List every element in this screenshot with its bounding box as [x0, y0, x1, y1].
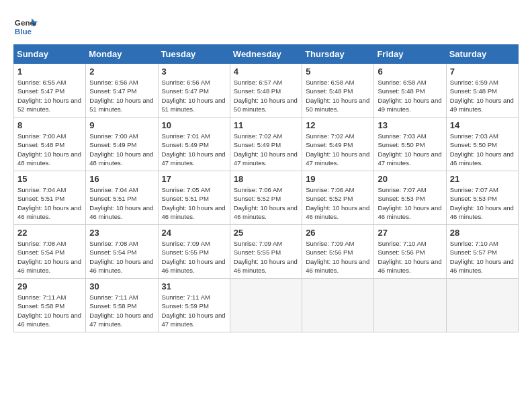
day-number: 3: [162, 66, 226, 77]
page-header: General Blue: [13, 13, 519, 38]
day-number: 28: [450, 228, 515, 238]
day-number: 30: [89, 281, 154, 291]
day-info: Sunrise: 6:59 AMSunset: 5:48 PMDaylight:…: [450, 78, 515, 113]
calendar-cell: 21Sunrise: 7:07 AMSunset: 5:53 PMDayligh…: [446, 171, 518, 225]
weekday-sunday: Sunday: [14, 45, 86, 64]
calendar-cell: 27Sunrise: 7:10 AMSunset: 5:56 PMDayligh…: [374, 225, 446, 279]
day-info: Sunrise: 7:01 AMSunset: 5:49 PMDaylight:…: [162, 132, 226, 167]
calendar-cell: 10Sunrise: 7:01 AMSunset: 5:49 PMDayligh…: [158, 118, 230, 171]
calendar-cell: 11Sunrise: 7:02 AMSunset: 5:49 PMDayligh…: [230, 118, 302, 171]
day-info: Sunrise: 7:02 AMSunset: 5:49 PMDaylight:…: [306, 132, 370, 167]
day-info: Sunrise: 7:04 AMSunset: 5:51 PMDaylight:…: [17, 185, 82, 221]
day-number: 14: [450, 120, 515, 130]
calendar-cell: 7Sunrise: 6:59 AMSunset: 5:48 PMDaylight…: [446, 64, 518, 118]
calendar-cell: 3Sunrise: 6:56 AMSunset: 5:47 PMDaylight…: [158, 64, 230, 118]
calendar-cell: 31Sunrise: 7:11 AMSunset: 5:59 PMDayligh…: [158, 279, 230, 332]
weekday-header-row: SundayMondayTuesdayWednesdayThursdayFrid…: [14, 45, 519, 64]
day-info: Sunrise: 7:11 AMSunset: 5:58 PMDaylight:…: [17, 293, 82, 328]
day-number: 27: [378, 228, 442, 238]
calendar-cell: 18Sunrise: 7:06 AMSunset: 5:52 PMDayligh…: [230, 171, 302, 225]
day-number: 20: [378, 174, 442, 184]
weekday-saturday: Saturday: [446, 45, 518, 64]
day-number: 6: [378, 66, 442, 77]
day-number: 4: [234, 66, 298, 77]
calendar-cell: 13Sunrise: 7:03 AMSunset: 5:50 PMDayligh…: [374, 118, 446, 171]
calendar-week-4: 22Sunrise: 7:08 AMSunset: 5:54 PMDayligh…: [14, 225, 519, 279]
calendar-cell: 5Sunrise: 6:58 AMSunset: 5:48 PMDaylight…: [302, 64, 374, 118]
day-number: 8: [17, 120, 82, 130]
calendar-week-3: 15Sunrise: 7:04 AMSunset: 5:51 PMDayligh…: [14, 171, 519, 225]
day-info: Sunrise: 7:00 AMSunset: 5:49 PMDaylight:…: [89, 132, 154, 167]
calendar-cell: 22Sunrise: 7:08 AMSunset: 5:54 PMDayligh…: [14, 225, 86, 279]
day-info: Sunrise: 7:07 AMSunset: 5:53 PMDaylight:…: [450, 185, 515, 221]
calendar-cell: 19Sunrise: 7:06 AMSunset: 5:52 PMDayligh…: [302, 171, 374, 225]
calendar-cell: 1Sunrise: 6:55 AMSunset: 5:47 PMDaylight…: [14, 64, 86, 118]
day-number: 5: [306, 66, 370, 77]
calendar-cell: 6Sunrise: 6:58 AMSunset: 5:48 PMDaylight…: [374, 64, 446, 118]
day-info: Sunrise: 6:56 AMSunset: 5:47 PMDaylight:…: [162, 78, 226, 113]
calendar-cell: 12Sunrise: 7:02 AMSunset: 5:49 PMDayligh…: [302, 118, 374, 171]
calendar-cell: 15Sunrise: 7:04 AMSunset: 5:51 PMDayligh…: [14, 171, 86, 225]
day-number: 16: [89, 174, 154, 184]
calendar-week-2: 8Sunrise: 7:00 AMSunset: 5:48 PMDaylight…: [14, 118, 519, 171]
calendar-week-5: 29Sunrise: 7:11 AMSunset: 5:58 PMDayligh…: [14, 279, 519, 332]
day-info: Sunrise: 7:08 AMSunset: 5:54 PMDaylight:…: [17, 239, 82, 275]
calendar-cell: [302, 279, 374, 332]
day-info: Sunrise: 6:58 AMSunset: 5:48 PMDaylight:…: [306, 78, 370, 113]
calendar-cell: 8Sunrise: 7:00 AMSunset: 5:48 PMDaylight…: [14, 118, 86, 171]
calendar-cell: [230, 279, 302, 332]
calendar-cell: 30Sunrise: 7:11 AMSunset: 5:58 PMDayligh…: [86, 279, 158, 332]
day-info: Sunrise: 7:04 AMSunset: 5:51 PMDaylight:…: [89, 185, 154, 221]
calendar-week-1: 1Sunrise: 6:55 AMSunset: 5:47 PMDaylight…: [14, 64, 519, 118]
calendar-cell: 25Sunrise: 7:09 AMSunset: 5:55 PMDayligh…: [230, 225, 302, 279]
day-number: 19: [306, 174, 370, 184]
day-info: Sunrise: 7:11 AMSunset: 5:58 PMDaylight:…: [89, 293, 154, 328]
day-info: Sunrise: 7:10 AMSunset: 5:56 PMDaylight:…: [378, 239, 442, 275]
weekday-friday: Friday: [374, 45, 446, 64]
day-number: 18: [234, 174, 298, 184]
calendar-cell: 29Sunrise: 7:11 AMSunset: 5:58 PMDayligh…: [14, 279, 86, 332]
day-number: 21: [450, 174, 515, 184]
weekday-monday: Monday: [86, 45, 158, 64]
day-info: Sunrise: 6:56 AMSunset: 5:47 PMDaylight:…: [89, 78, 154, 113]
calendar-cell: 9Sunrise: 7:00 AMSunset: 5:49 PMDaylight…: [86, 118, 158, 171]
day-info: Sunrise: 7:07 AMSunset: 5:53 PMDaylight:…: [378, 185, 442, 221]
logo-icon: General Blue: [13, 13, 38, 38]
calendar-cell: 17Sunrise: 7:05 AMSunset: 5:51 PMDayligh…: [158, 171, 230, 225]
day-number: 13: [378, 120, 442, 130]
day-info: Sunrise: 7:09 AMSunset: 5:56 PMDaylight:…: [306, 239, 370, 275]
day-info: Sunrise: 6:58 AMSunset: 5:48 PMDaylight:…: [378, 78, 442, 113]
day-number: 9: [89, 120, 154, 130]
day-number: 2: [89, 66, 154, 77]
day-number: 11: [234, 120, 298, 130]
day-info: Sunrise: 7:06 AMSunset: 5:52 PMDaylight:…: [234, 185, 298, 221]
day-info: Sunrise: 7:10 AMSunset: 5:57 PMDaylight:…: [450, 239, 515, 275]
day-info: Sunrise: 6:57 AMSunset: 5:48 PMDaylight:…: [234, 78, 298, 113]
day-info: Sunrise: 7:03 AMSunset: 5:50 PMDaylight:…: [450, 132, 515, 167]
calendar-cell: 2Sunrise: 6:56 AMSunset: 5:47 PMDaylight…: [86, 64, 158, 118]
day-info: Sunrise: 7:11 AMSunset: 5:59 PMDaylight:…: [162, 293, 226, 328]
day-info: Sunrise: 7:08 AMSunset: 5:54 PMDaylight:…: [89, 239, 154, 275]
day-info: Sunrise: 7:09 AMSunset: 5:55 PMDaylight:…: [162, 239, 226, 275]
day-number: 23: [89, 228, 154, 238]
day-info: Sunrise: 6:55 AMSunset: 5:47 PMDaylight:…: [17, 78, 82, 113]
day-info: Sunrise: 7:03 AMSunset: 5:50 PMDaylight:…: [378, 132, 442, 167]
calendar-cell: 16Sunrise: 7:04 AMSunset: 5:51 PMDayligh…: [86, 171, 158, 225]
calendar-cell: 14Sunrise: 7:03 AMSunset: 5:50 PMDayligh…: [446, 118, 518, 171]
calendar-cell: [374, 279, 446, 332]
day-number: 25: [234, 228, 298, 238]
calendar-cell: 4Sunrise: 6:57 AMSunset: 5:48 PMDaylight…: [230, 64, 302, 118]
day-number: 10: [162, 120, 226, 130]
weekday-thursday: Thursday: [302, 45, 374, 64]
day-number: 22: [17, 228, 82, 238]
calendar-cell: 24Sunrise: 7:09 AMSunset: 5:55 PMDayligh…: [158, 225, 230, 279]
calendar-cell: [446, 279, 518, 332]
day-info: Sunrise: 7:05 AMSunset: 5:51 PMDaylight:…: [162, 185, 226, 221]
calendar-cell: 20Sunrise: 7:07 AMSunset: 5:53 PMDayligh…: [374, 171, 446, 225]
weekday-wednesday: Wednesday: [230, 45, 302, 64]
day-number: 29: [17, 281, 82, 291]
day-info: Sunrise: 7:02 AMSunset: 5:49 PMDaylight:…: [234, 132, 298, 167]
calendar-cell: 28Sunrise: 7:10 AMSunset: 5:57 PMDayligh…: [446, 225, 518, 279]
svg-text:Blue: Blue: [15, 27, 32, 36]
weekday-tuesday: Tuesday: [158, 45, 230, 64]
